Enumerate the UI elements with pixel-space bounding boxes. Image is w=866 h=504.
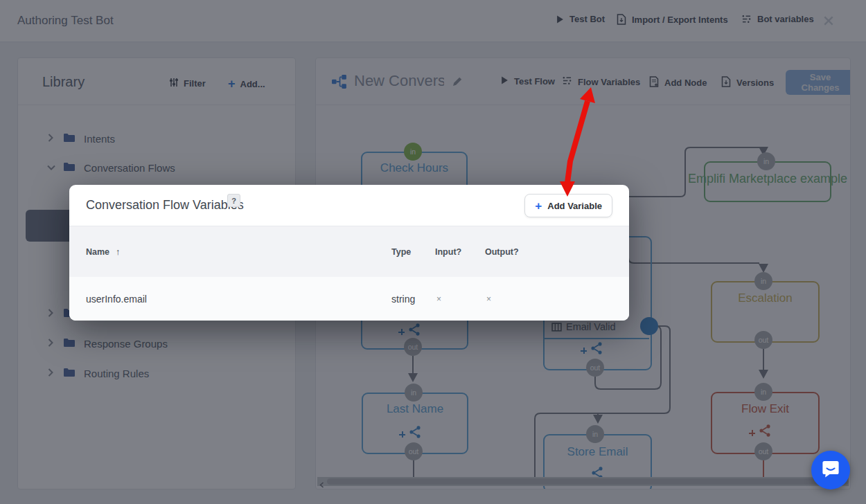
column-header-output[interactable]: Output? xyxy=(485,247,519,257)
conversation-flow-variables-modal: Conversation Flow Variables ? + Add Vari… xyxy=(69,185,629,321)
plus-icon: + xyxy=(535,200,542,212)
column-header-name[interactable]: Name↑ xyxy=(86,247,120,257)
table-row[interactable]: userInfo.email string × × xyxy=(69,277,629,321)
intercom-chat-button[interactable] xyxy=(811,451,850,489)
variable-input-flag: × xyxy=(436,294,441,304)
add-variable-label: Add Variable xyxy=(547,201,602,211)
sort-ascending-icon: ↑ xyxy=(116,247,120,257)
modal-title: Conversation Flow Variables xyxy=(86,198,244,213)
app: Authoring Test Bot Test Bot Import / Exp… xyxy=(0,0,866,504)
table-header: Name↑ Type Input? Output? xyxy=(69,226,629,278)
chat-bubble-icon xyxy=(820,458,841,483)
help-icon[interactable]: ? xyxy=(227,194,240,207)
variable-output-flag: × xyxy=(486,294,491,304)
add-variable-button[interactable]: + Add Variable xyxy=(524,194,612,217)
variable-name: userInfo.email xyxy=(86,294,147,305)
column-header-input[interactable]: Input? xyxy=(435,247,461,257)
variable-type: string xyxy=(391,294,415,305)
column-header-type[interactable]: Type xyxy=(391,247,411,257)
